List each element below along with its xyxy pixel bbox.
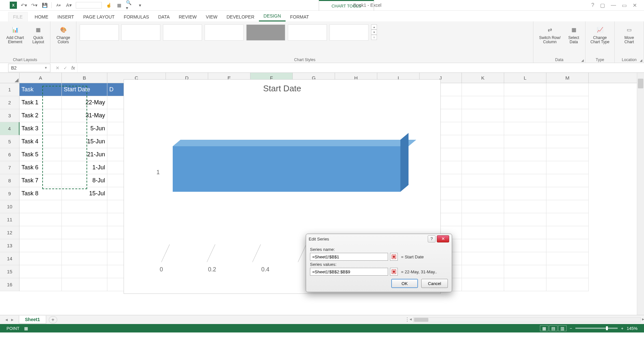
cell[interactable]: Start Date [62,83,107,96]
cell[interactable] [504,239,546,252]
sheet-nav-prev-icon[interactable]: ◄ [5,318,8,322]
cell[interactable]: Task 8 [20,187,62,200]
sheet-tab[interactable]: Sheet1 [19,316,46,324]
cell[interactable]: Task 3 [20,122,62,135]
row-header[interactable]: 1 [0,83,20,96]
add-chart-element-button[interactable]: 📊 Add Chart Element [3,23,27,45]
cell[interactable] [462,148,504,161]
tab-home[interactable]: HOME [30,12,53,21]
row-header[interactable]: 14 [0,252,20,265]
close-icon[interactable]: ✕ [437,235,449,242]
cell[interactable] [504,96,546,109]
cell[interactable] [546,161,589,174]
cell[interactable] [504,252,546,265]
column-header[interactable]: A [20,73,62,83]
close-icon[interactable]: ✕ [633,2,637,8]
cell[interactable] [462,161,504,174]
cell[interactable] [20,265,62,278]
font-decrease-icon[interactable]: A▾ [55,2,62,9]
cell[interactable] [62,265,107,278]
cell[interactable] [62,200,107,213]
change-chart-type-button[interactable]: 📈 Change Chart Type [589,23,611,45]
cell[interactable] [504,148,546,161]
zoom-icon[interactable]: 🔍▾ [126,2,133,9]
grid-icon[interactable]: ▦ [115,2,123,9]
cell[interactable] [62,239,107,252]
cell[interactable] [546,135,589,148]
select-all-corner[interactable] [0,73,20,83]
name-box[interactable]: B2 ▼ [8,64,50,72]
cell[interactable] [20,252,62,265]
chart-style-thumb[interactable] [121,24,160,41]
cell[interactable] [504,200,546,213]
cancel-button[interactable]: Cancel [421,279,448,288]
cell[interactable] [20,239,62,252]
customize-qat-icon[interactable]: ▾ [136,2,143,9]
tab-data[interactable]: DATA [154,12,174,21]
cell[interactable] [546,265,589,278]
cell[interactable]: Task 4 [20,135,62,148]
tab-formulas[interactable]: FORMULAS [119,12,154,21]
macro-record-icon[interactable]: ▦ [24,326,28,331]
cell[interactable]: 31-May [62,109,107,122]
tab-file[interactable]: FILE [8,12,28,21]
cell[interactable] [462,200,504,213]
cell[interactable] [62,226,107,239]
fx-icon[interactable]: fx [69,65,77,71]
cell[interactable] [462,187,504,200]
normal-view-icon[interactable]: ▦ [540,325,548,331]
horizontal-scrollbar[interactable]: ◄ ► [413,317,641,322]
cell[interactable] [504,83,546,96]
cell[interactable] [462,252,504,265]
cell[interactable] [504,109,546,122]
cell[interactable] [462,265,504,278]
row-header[interactable]: 9 [0,187,20,200]
sheet-nav-next-icon[interactable]: ► [10,318,14,322]
ribbon-display-icon[interactable]: ▢ [600,2,605,8]
help-icon[interactable]: ? [428,235,436,242]
cell[interactable] [462,213,504,226]
formula-input[interactable] [77,64,644,72]
cell[interactable] [20,278,62,291]
data-bar[interactable] [173,146,400,192]
tab-page-layout[interactable]: PAGE LAYOUT [79,12,119,21]
chevron-down-icon[interactable]: ▼ [44,66,47,70]
cell[interactable]: 5-Jun [62,122,107,135]
column-header[interactable]: K [462,73,504,83]
cell[interactable] [504,278,546,291]
cell[interactable] [504,226,546,239]
cell[interactable] [546,226,589,239]
cell[interactable] [462,226,504,239]
row-header[interactable]: 12 [0,226,20,239]
tab-view[interactable]: VIEW [201,12,222,21]
cell[interactable] [546,96,589,109]
row-header[interactable]: 7 [0,161,20,174]
cell[interactable]: 21-Jun [62,148,107,161]
chart-style-thumb[interactable] [246,24,285,41]
cell[interactable] [462,278,504,291]
column-header[interactable]: M [546,73,589,83]
series-values-input[interactable] [310,268,388,276]
cell[interactable]: 15-Jul [62,187,107,200]
move-chart-button[interactable]: ▭ Move Chart [618,23,640,45]
chart-style-thumb[interactable] [288,24,327,41]
tab-review[interactable]: REVIEW [174,12,201,21]
quick-layout-button[interactable]: ▦ Quick Layout [30,23,47,45]
cell[interactable] [462,109,504,122]
range-selector-icon[interactable] [390,268,398,276]
switch-row-column-button[interactable]: ⇄ Switch Row/ Column [537,23,563,45]
cell[interactable] [462,135,504,148]
tab-design[interactable]: DESIGN [259,11,286,21]
row-header[interactable]: 11 [0,213,20,226]
chart-style-thumb[interactable] [163,24,202,41]
cell[interactable]: Task 5 [20,148,62,161]
cell[interactable] [462,83,504,96]
cell[interactable] [546,83,589,96]
cell[interactable] [20,213,62,226]
cell[interactable] [546,109,589,122]
tab-developer[interactable]: DEVELOPER [222,12,259,21]
cell[interactable] [546,122,589,135]
row-header[interactable]: 16 [0,278,20,291]
cell[interactable] [504,135,546,148]
cell[interactable] [504,213,546,226]
